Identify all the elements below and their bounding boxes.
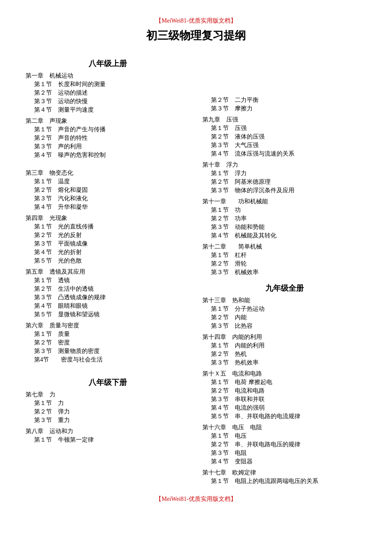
chapter-16-title: 第十六章 电压 电阻	[202, 424, 366, 431]
chapter-13-title: 第十三章 热和能	[202, 297, 366, 304]
chapter-5-title: 第五章 透镜及其应用	[26, 268, 190, 276]
chapter-12-title: 第十二章 简单机械	[202, 243, 366, 251]
list-item: 第２节 密度	[26, 339, 190, 347]
right-column: 第２节 二力平衡 第３节 摩擦力 第九章 压强 第１节 压强 第２节 液体的压强…	[202, 52, 366, 487]
list-item: 第２节 生活中的透镜	[26, 285, 190, 293]
list-item: 第２节 熔化和凝固	[26, 186, 190, 194]
list-item: 第３节 平面镜成像	[26, 240, 190, 248]
list-item: 第１节 长度和时间的测量	[26, 81, 190, 88]
chapter-14: 第十四章 内能的利用 第１节 内能的利用 第２节 热机 第３节 热机效率	[202, 333, 366, 367]
chapter-17: 第十七章 欧姆定律 第１节 电阻上的电流跟两端电压的关系	[202, 469, 366, 485]
list-item: 第２节 二力平衡	[202, 96, 366, 104]
chapter-15: 第十Ｘ五 电流和电路 第１节 电荷 摩擦起电 第２节 电流和电路 第３节 串联和…	[202, 370, 366, 420]
list-item: 第２节 滑轮	[202, 260, 366, 268]
list-item: 第4节 密度与社会生活	[26, 356, 190, 364]
list-item: 第１节 温度	[26, 178, 190, 185]
section-grade8-lower: 八年级下册 第七章 力 第１节 力 第２节 弹力 第３节 重力 第八章 运动和力…	[26, 377, 190, 444]
section-title-grade8-upper: 八年级上册	[26, 58, 190, 69]
list-item: 第１节 电荷 摩擦起电	[202, 379, 366, 386]
chapter-1-title: 第一章 机械运动	[26, 72, 190, 80]
list-item: 第４节 流体压强与流速的关系	[202, 150, 366, 158]
chapter-6-title: 第六章 质量与密度	[26, 322, 190, 330]
chapter-13: 第十三章 热和能 第１节 分子热运动 第２节 内能 第３节 比热容	[202, 297, 366, 330]
chapter-17-title: 第十七章 欧姆定律	[202, 469, 366, 477]
watermark-top: 【MeiWei81-优质实用版文档】	[26, 17, 366, 25]
chapter-3: 第三章 物变态化 第１节 温度 第２节 熔化和凝固 第３节 汽化和液化 第４节 …	[26, 169, 190, 211]
list-item: 第３节 运动的快慢	[26, 98, 190, 105]
section-grade8-upper: 八年级上册 第一章 机械运动 第１节 长度和时间的测量 第２节 运动的描述 第３…	[26, 58, 190, 364]
chapter-7: 第七章 力 第１节 力 第２节 弹力 第３节 重力	[26, 391, 190, 424]
chapter-10: 第十章 浮力 第１节 浮力 第２节 阿基米德原理 第３节 物体的浮沉条件及应用	[202, 161, 366, 194]
list-item: 第２节 电流和电路	[202, 387, 366, 395]
list-item: 第３节 动能和势能	[202, 223, 366, 231]
list-item: 第１节 牛顿第一定律	[26, 436, 190, 444]
list-item: 第１节 电阻上的电流跟两端电压的关系	[202, 477, 366, 485]
list-item: 第４节 变阻器	[202, 458, 366, 465]
list-item: 第３节 热机效率	[202, 359, 366, 367]
list-item: 第５节 显微镜和望远镜	[26, 311, 190, 318]
chapter-7-title: 第七章 力	[26, 391, 190, 399]
list-item: 第４节 电流的强弱	[202, 404, 366, 412]
list-item: 第２节 串、并联电路电压的规律	[202, 441, 366, 448]
chapter-1: 第一章 机械运动 第１节 长度和时间的测量 第２节 运动的描述 第３节 运动的快…	[26, 72, 190, 114]
chapter-15-title: 第十Ｘ五 电流和电路	[202, 370, 366, 378]
chapter-3-title: 第三章 物变态化	[26, 169, 190, 177]
list-item: 第１节 分子热运动	[202, 305, 366, 313]
list-item: 第１节 电压	[202, 432, 366, 440]
main-title: 初三级物理复习提纲	[26, 28, 366, 43]
section-title-grade8-lower: 八年级下册	[26, 377, 190, 387]
list-item: 第２节 声音的特性	[26, 134, 190, 142]
list-item: 第３节 声的利用	[26, 143, 190, 150]
list-item: 第２节 运动的描述	[26, 89, 190, 97]
chapter-5: 第五章 透镜及其应用 第１节 透镜 第２节 生活中的透镜 第３节 凸透镜成像的规…	[26, 268, 190, 318]
list-item: 第３节 汽化和液化	[26, 195, 190, 202]
section-grade8-lower-cont: 第２节 二力平衡 第３节 摩擦力 第九章 压强 第１节 压强 第２节 液体的压强…	[202, 96, 366, 276]
list-item: 第３节 摩擦力	[202, 105, 366, 113]
list-item: 第２节 光的反射	[26, 231, 190, 239]
list-item: 第１节 力	[26, 399, 190, 407]
left-column: 八年级上册 第一章 机械运动 第１节 长度和时间的测量 第２节 运动的描述 第３…	[26, 52, 190, 487]
list-item: 第１节 杠杆	[202, 251, 366, 259]
list-item: 第１节 浮力	[202, 170, 366, 177]
chapter-11-title: 第十一章 功和机械能	[202, 198, 366, 205]
list-item: 第２节 热机	[202, 350, 366, 358]
list-item: 第１节 光的直线传播	[26, 223, 190, 231]
list-item: 第４节 升华和凝华	[26, 203, 190, 211]
list-item: 第２节 弹力	[26, 408, 190, 416]
chapter-6: 第六章 质量与密度 第１节 质量 第２节 密度 第３节 测量物质的密度 第4节 …	[26, 322, 190, 364]
list-item: 第１节 功	[202, 206, 366, 214]
chapter-2: 第二章 声现象 第１节 声音的产生与传播 第２节 声音的特性 第３节 声的利用 …	[26, 117, 190, 159]
chapter-8: 第八章 运动和力 第１节 牛顿第一定律	[26, 428, 190, 444]
chapter-10-title: 第十章 浮力	[202, 161, 366, 169]
list-item: 第４节 机械能及其转化	[202, 232, 366, 240]
list-item: 第１节 质量	[26, 330, 190, 338]
list-item: 第３节 大气压强	[202, 142, 366, 149]
list-item: 第３节 测量物质的密度	[26, 347, 190, 355]
chapter-9-title: 第九章 压强	[202, 116, 366, 124]
chapter-12: 第十二章 简单机械 第１节 杠杆 第２节 滑轮 第３节 机械效率	[202, 243, 366, 276]
list-item: 第３节 比热容	[202, 322, 366, 330]
list-item: 第２节 功率	[202, 215, 366, 223]
list-item: 第４节 测量平均速度	[26, 106, 190, 114]
chapter-14-title: 第十四章 内能的利用	[202, 333, 366, 341]
list-item: 第２节 阿基米德原理	[202, 178, 366, 186]
list-item: 第２节 液体的压强	[202, 133, 366, 141]
list-item: 第４节 眼睛和眼镜	[26, 302, 190, 310]
list-item: 第３节 电阻	[202, 449, 366, 457]
list-item: 第５节 光的色散	[26, 257, 190, 265]
list-item: 第１节 透镜	[26, 277, 190, 284]
list-item: 第３节 机械效率	[202, 269, 366, 276]
list-item: 第１节 内能的利用	[202, 342, 366, 350]
list-item: 第２节 内能	[202, 314, 366, 321]
chapter-4-title: 第四章 光现象	[26, 214, 190, 222]
watermark-bottom: 【MeiWei81-优质实用版文档】	[26, 495, 366, 503]
list-item: 第３节 串联和并联	[202, 396, 366, 403]
chapter-16: 第十六章 电压 电阻 第１节 电压 第２节 串、并联电路电压的规律 第３节 电阻…	[202, 424, 366, 465]
list-item: 第４节 光的折射	[26, 249, 190, 256]
list-item: 第３节 凸透镜成像的规律	[26, 294, 190, 301]
section-grade9: 九年级全册 第十三章 热和能 第１节 分子热运动 第２节 内能 第３节 比热容 …	[202, 283, 366, 485]
chapter-2-title: 第二章 声现象	[26, 117, 190, 125]
list-item: 第３节 物体的浮沉条件及应用	[202, 187, 366, 194]
list-item: 第３节 重力	[26, 416, 190, 424]
chapter-9: 第九章 压强 第１节 压强 第２节 液体的压强 第３节 大气压强 第４节 流体压…	[202, 116, 366, 158]
